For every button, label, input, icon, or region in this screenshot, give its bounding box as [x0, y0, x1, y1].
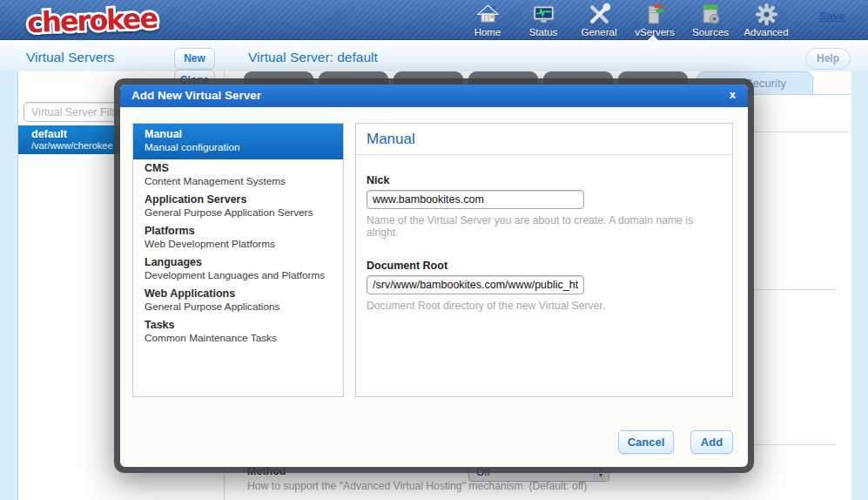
nav-label: Home [474, 27, 501, 37]
save-link[interactable]: Save [819, 10, 845, 23]
wizard-detail-panel: Manual Nick Name of the Virtual Server y… [355, 123, 733, 397]
document-root-help-text: Document Root directory of the new Virtu… [367, 300, 722, 312]
panel-heading: Manual [356, 124, 732, 155]
add-vserver-dialog: Add New Virtual Server x Manual Manual c… [114, 78, 754, 473]
menu-item-languages[interactable]: Languages Development Languages and Plat… [133, 253, 343, 285]
close-icon[interactable]: x [730, 88, 736, 101]
nick-label: Nick [367, 174, 722, 186]
document-root-input[interactable] [367, 275, 584, 294]
nav-item-vservers[interactable]: vServers [627, 3, 683, 37]
gear-icon [755, 3, 778, 26]
logo-text: cherokee [26, 2, 158, 39]
nav-label: Status [529, 27, 558, 37]
nav-label: Sources [692, 27, 729, 37]
menu-item-manual[interactable]: Manual Manual configuration [133, 124, 343, 159]
header-band [0, 40, 868, 71]
cancel-button[interactable]: Cancel [618, 430, 674, 454]
menu-item-tasks[interactable]: Tasks Common Maintenance Tasks [133, 316, 343, 348]
wizard-category-menu: Manual Manual configuration CMS Content … [132, 123, 344, 397]
menu-item-cms[interactable]: CMS Content Management Systems [133, 159, 343, 191]
menu-item-application-servers[interactable]: Application Servers General Purpose Appl… [133, 191, 343, 222]
nav-label: General [582, 27, 617, 37]
tools-icon [588, 3, 611, 26]
nav-item-advanced[interactable]: Advanced [738, 3, 794, 37]
nav-menu: Home Status General [460, 3, 794, 37]
add-button[interactable]: Add [690, 430, 733, 454]
new-button[interactable]: New [174, 48, 215, 70]
nav-item-home[interactable]: Home [460, 3, 515, 37]
nav-item-sources[interactable]: Sources [683, 3, 738, 37]
home-icon [476, 3, 500, 26]
page-title: Virtual Server: default [248, 50, 378, 65]
top-navbar: cherokee Home Status [0, 0, 868, 40]
status-icon [532, 3, 555, 26]
nick-field-group: Nick Name of the Virtual Server you are … [367, 174, 722, 239]
dialog-title: Add New Virtual Server [131, 89, 261, 102]
menu-item-platforms[interactable]: Platforms Web Development Platforms [133, 222, 343, 253]
nav-item-status[interactable]: Status [515, 3, 571, 37]
help-button[interactable]: Help [805, 48, 851, 70]
document-root-field-group: Document Root Document Root directory of… [367, 260, 722, 312]
source-server-icon [699, 3, 723, 26]
nick-input[interactable] [367, 190, 584, 209]
dialog-header: Add New Virtual Server x [120, 84, 748, 107]
cherokee-logo[interactable]: cherokee [23, 1, 188, 43]
sidebar-title: Virtual Servers [26, 50, 114, 65]
document-root-label: Document Root [367, 260, 722, 272]
server-flags-icon [643, 3, 667, 26]
nav-item-general[interactable]: General [571, 3, 627, 37]
menu-item-web-applications[interactable]: Web Applications General Purpose Applica… [133, 285, 343, 316]
method-help-text: How to support the "Advanced Virtual Hos… [247, 480, 587, 492]
nav-label: Advanced [744, 27, 788, 37]
nick-help-text: Name of the Virtual Server you are about… [367, 214, 722, 239]
